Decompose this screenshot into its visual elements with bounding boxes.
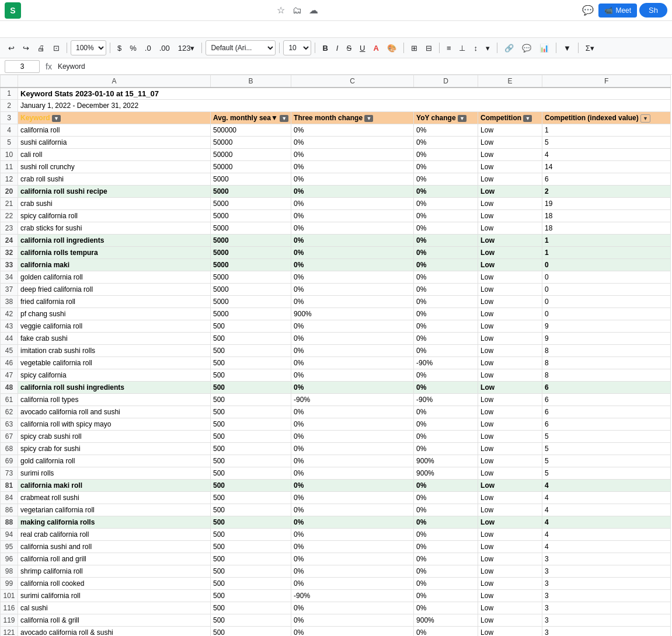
competition-cell[interactable]: Low (478, 516, 542, 529)
avg-monthly-cell[interactable]: 500 (211, 553, 291, 565)
three-month-cell[interactable]: 0% (291, 161, 414, 173)
three-month-cell[interactable]: 900% (291, 308, 414, 320)
competition-indexed-cell[interactable]: 0 (542, 284, 671, 296)
keyword-cell[interactable]: fake crab sushi (18, 333, 211, 345)
competition-indexed-cell[interactable]: 19 (542, 198, 671, 210)
yoy-cell[interactable]: 0% (414, 210, 478, 222)
col-header-F[interactable]: F (542, 75, 671, 88)
competition-cell[interactable]: Low (478, 578, 542, 590)
yoy-cell[interactable]: 0% (414, 320, 478, 333)
avg-monthly-cell[interactable]: 500 (211, 406, 291, 418)
avg-monthly-cell[interactable]: 500 (211, 394, 291, 406)
three-month-cell[interactable]: 0% (291, 222, 414, 235)
avg-monthly-cell[interactable]: 50000 (211, 149, 291, 161)
cell-reference-input[interactable] (5, 60, 40, 73)
keyword-cell[interactable]: golden california roll (18, 271, 211, 284)
keyword-cell[interactable]: real crab california roll (18, 529, 211, 541)
competition-cell[interactable]: Low (478, 124, 542, 137)
yoy-cell[interactable]: 0% (414, 137, 478, 149)
three-month-cell[interactable]: 0% (291, 320, 414, 333)
comment-icon[interactable]: 💬 (580, 2, 596, 19)
chart-button[interactable]: 📊 (536, 40, 552, 55)
competition-cell[interactable]: Low (478, 480, 542, 492)
undo-button[interactable]: ↩ (5, 40, 18, 55)
competition-cell[interactable]: Low (478, 149, 542, 161)
yoy-cell[interactable]: 0% (414, 627, 478, 637)
avg-monthly-cell[interactable]: 500 (211, 578, 291, 590)
avg-monthly-cell[interactable]: 500 (211, 590, 291, 602)
competition-cell[interactable]: Low (478, 418, 542, 431)
competition-cell[interactable]: Low (478, 394, 542, 406)
competition-indexed-cell[interactable]: 4 (542, 492, 671, 504)
italic-button[interactable]: I (333, 40, 342, 55)
yoy-cell[interactable]: 0% (414, 149, 478, 161)
keyword-cell[interactable]: shrimp california roll (18, 565, 211, 578)
competition-cell[interactable]: Low (478, 553, 542, 565)
competition-cell[interactable]: Low (478, 492, 542, 504)
star-icon[interactable]: ☆ (273, 2, 289, 19)
three-month-cell[interactable]: 0% (291, 259, 414, 271)
dec-less-button[interactable]: .0 (141, 40, 155, 55)
avg-monthly-cell[interactable]: 500 (211, 529, 291, 541)
yoy-cell[interactable]: 0% (414, 529, 478, 541)
three-month-cell[interactable]: 0% (291, 235, 414, 247)
yoy-header[interactable]: YoY change ▼ (414, 112, 478, 124)
competition-indexed-cell[interactable]: 1 (542, 124, 671, 137)
competition-cell[interactable]: Low (478, 504, 542, 516)
keyword-cell[interactable]: california maki roll (18, 480, 211, 492)
competition-indexed-cell[interactable]: 0 (542, 308, 671, 320)
yoy-cell[interactable]: 0% (414, 541, 478, 553)
three-month-cell[interactable]: 0% (291, 186, 414, 198)
avg-monthly-cell[interactable]: 5000 (211, 308, 291, 320)
competition-cell[interactable]: Low (478, 369, 542, 382)
col-header-A[interactable]: A (18, 75, 211, 88)
three-month-cell[interactable]: 0% (291, 137, 414, 149)
yoy-cell[interactable]: 0% (414, 565, 478, 578)
competition-indexed-cell[interactable]: 9 (542, 333, 671, 345)
competition-cell[interactable]: Low (478, 222, 542, 235)
competition-indexed-cell[interactable]: 3 (542, 627, 671, 637)
competition-indexed-cell[interactable]: 4 (542, 541, 671, 553)
competition-cell[interactable]: Low (478, 271, 542, 284)
competition-indexed-cell[interactable]: 3 (542, 578, 671, 590)
competition-indexed-cell[interactable]: 5 (542, 455, 671, 467)
avg-monthly-cell[interactable]: 500 (211, 504, 291, 516)
bold-button[interactable]: B (319, 40, 331, 55)
yoy-cell[interactable]: 0% (414, 333, 478, 345)
three-month-cell[interactable]: 0% (291, 431, 414, 443)
three-month-cell[interactable]: 0% (291, 210, 414, 222)
yoy-cell[interactable]: 0% (414, 369, 478, 382)
yoy-cell[interactable]: 0% (414, 284, 478, 296)
competition-indexed-cell[interactable]: 8 (542, 345, 671, 357)
avg-monthly-cell[interactable]: 500 (211, 541, 291, 553)
yoy-cell[interactable]: 0% (414, 480, 478, 492)
three-month-cell[interactable]: 0% (291, 443, 414, 455)
link-button[interactable]: 🔗 (501, 40, 517, 55)
paint-format-button[interactable]: ⊡ (50, 40, 63, 55)
avg-monthly-cell[interactable]: 500 (211, 492, 291, 504)
competition-cell[interactable]: Low (478, 161, 542, 173)
avg-monthly-cell[interactable]: 5000 (211, 173, 291, 186)
avg-monthly-cell[interactable]: 500 (211, 602, 291, 614)
yoy-cell[interactable]: 0% (414, 235, 478, 247)
three-month-cell[interactable]: 0% (291, 492, 414, 504)
print-button[interactable]: 🖨 (34, 40, 48, 55)
competition-indexed-cell[interactable]: 2 (542, 186, 671, 198)
avg-monthly-cell[interactable]: 5000 (211, 210, 291, 222)
competition-indexed-cell[interactable]: 3 (542, 590, 671, 602)
three-month-cell[interactable]: 0% (291, 627, 414, 637)
text-rotate-button[interactable]: ↕ (470, 40, 481, 55)
three-month-cell[interactable]: 0% (291, 198, 414, 210)
avg-monthly-cell[interactable]: 500 (211, 357, 291, 369)
competition-cell[interactable]: Low (478, 137, 542, 149)
three-month-cell[interactable]: 0% (291, 467, 414, 480)
col-header-C[interactable]: C (291, 75, 414, 88)
yoy-cell[interactable]: 0% (414, 553, 478, 565)
competition-indexed-cell[interactable]: 3 (542, 565, 671, 578)
competition-cell[interactable]: Low (478, 308, 542, 320)
competition-cell[interactable]: Low (478, 186, 542, 198)
avg-monthly-cell[interactable]: 500 (211, 614, 291, 627)
functions-button[interactable]: Σ▾ (582, 40, 598, 55)
three-month-cell[interactable]: 0% (291, 578, 414, 590)
competition-cell[interactable]: Low (478, 345, 542, 357)
